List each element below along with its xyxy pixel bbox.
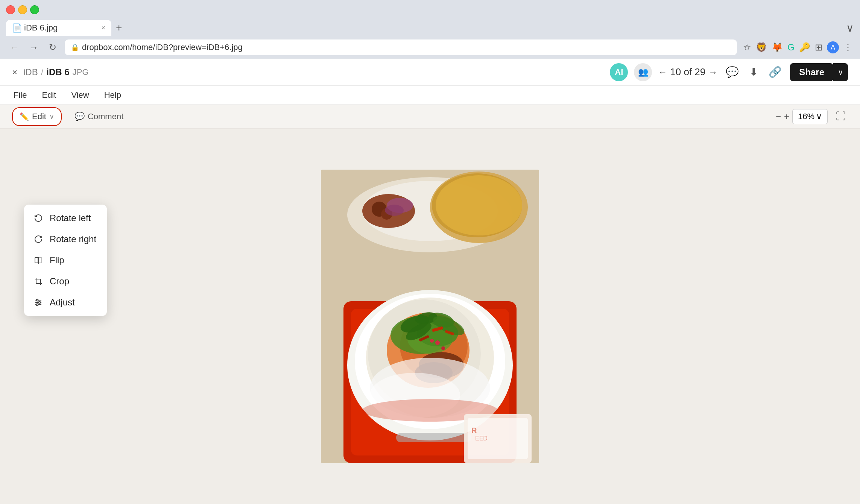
title-bar xyxy=(0,0,860,20)
adjust-icon xyxy=(33,297,44,308)
rotate-left-menu-item[interactable]: Rotate left xyxy=(24,208,107,229)
navigation-bar: ← → ↻ 🔒 dropbox.com/home/iDB?preview=iDB… xyxy=(0,36,860,59)
grammarly-icon[interactable]: G xyxy=(787,42,795,53)
menu-bar: File Edit View Help xyxy=(0,86,860,105)
lastpass-icon[interactable]: 🔑 xyxy=(799,42,810,53)
svg-point-49 xyxy=(36,299,38,301)
comment-btn-icon: 💬 xyxy=(74,112,85,121)
rotate-right-menu-item[interactable]: Rotate right xyxy=(24,229,107,250)
brave-icon[interactable]: 🦁 xyxy=(756,42,767,53)
menu-help[interactable]: Help xyxy=(103,88,123,102)
fullscreen-icon: ⛶ xyxy=(836,111,846,122)
download-button[interactable]: ⬇ xyxy=(747,64,760,80)
food-image: R EED xyxy=(321,170,539,463)
profile-avatar[interactable]: A xyxy=(827,41,839,53)
metamask-icon[interactable]: 🦊 xyxy=(772,42,783,53)
svg-rect-38 xyxy=(396,433,471,442)
zoom-out-button[interactable]: − xyxy=(776,111,781,122)
zoom-controls: − + 16% ∨ xyxy=(776,109,828,124)
image-area: R EED xyxy=(0,129,860,504)
user-avatar[interactable]: AI xyxy=(610,63,628,81)
link-button[interactable]: 🔗 xyxy=(766,64,784,80)
crop-label: Crop xyxy=(50,276,69,287)
share-button[interactable]: Share xyxy=(790,63,833,81)
app-close-button[interactable]: × xyxy=(12,67,17,77)
comment-icon-button[interactable]: 💬 xyxy=(723,64,741,80)
svg-rect-43 xyxy=(35,258,38,263)
edit-button[interactable]: ✏️ Edit ∨ xyxy=(12,107,62,126)
extensions-icon[interactable]: ⊞ xyxy=(815,42,822,53)
crop-menu-item[interactable]: Crop xyxy=(24,271,107,292)
more-menu-button[interactable]: ⋮ xyxy=(843,42,852,53)
adjust-label: Adjust xyxy=(50,297,75,308)
svg-point-34 xyxy=(430,339,434,343)
breadcrumb-current: iDB 6 xyxy=(46,67,69,77)
svg-text:EED: EED xyxy=(475,435,488,442)
file-counter: 10 of 29 xyxy=(670,66,705,78)
menu-view[interactable]: View xyxy=(70,88,90,102)
svg-point-32 xyxy=(435,340,440,345)
edit-dropdown-menu: Rotate left Rotate right xyxy=(24,205,107,316)
file-type-badge: JPG xyxy=(73,67,89,77)
prev-file-button[interactable]: ← xyxy=(658,67,667,77)
browser-window: 📄 iDB 6.jpg × + ∨ ← → ↻ 🔒 dropbox.com/ho… xyxy=(0,0,860,504)
svg-point-50 xyxy=(39,302,41,304)
forward-button[interactable]: → xyxy=(27,40,41,55)
adjust-menu-item[interactable]: Adjust xyxy=(24,292,107,313)
rotate-right-icon xyxy=(33,234,44,244)
svg-point-10 xyxy=(385,205,404,216)
tab-bar: 📄 iDB 6.jpg × + ∨ xyxy=(0,20,860,36)
file-navigation: ← 10 of 29 → xyxy=(658,66,717,78)
tab-close-button[interactable]: × xyxy=(101,24,105,32)
url-text: dropbox.com/home/iDB?preview=iDB+6.jpg xyxy=(82,43,731,52)
lock-icon: 🔒 xyxy=(71,43,79,52)
share-dropdown-button[interactable]: ∨ xyxy=(833,63,848,81)
edit-dropdown-arrow: ∨ xyxy=(49,112,54,121)
close-window-button[interactable] xyxy=(6,5,15,14)
comment-button[interactable]: 💬 Comment xyxy=(68,108,130,125)
refresh-button[interactable]: ↻ xyxy=(47,40,59,55)
zoom-in-button[interactable]: + xyxy=(784,111,789,122)
minimize-window-button[interactable] xyxy=(18,5,27,14)
svg-point-5 xyxy=(436,175,522,235)
flip-label: Flip xyxy=(50,255,64,266)
new-tab-button[interactable]: + xyxy=(113,20,125,35)
menu-edit[interactable]: Edit xyxy=(40,88,58,102)
active-tab[interactable]: 📄 iDB 6.jpg × xyxy=(6,20,111,36)
edit-label: Edit xyxy=(32,112,46,121)
comment-icon: 💬 xyxy=(726,66,739,78)
zoom-level-display[interactable]: 16% ∨ xyxy=(792,109,828,124)
maximize-window-button[interactable] xyxy=(30,5,39,14)
rotate-left-label: Rotate left xyxy=(50,213,91,223)
rotate-left-icon xyxy=(33,213,44,223)
url-bar[interactable]: 🔒 dropbox.com/home/iDB?preview=iDB+6.jpg xyxy=(65,39,737,55)
main-content: R EED Rotate left xyxy=(0,129,860,504)
breadcrumb-parent[interactable]: iDB xyxy=(23,67,38,77)
rotate-right-label: Rotate right xyxy=(50,234,96,244)
svg-point-51 xyxy=(36,304,38,306)
flip-icon xyxy=(33,255,44,266)
flip-menu-item[interactable]: Flip xyxy=(24,250,107,271)
share-button-group: Share ∨ xyxy=(790,63,848,81)
zoom-dropdown-arrow: ∨ xyxy=(816,112,822,121)
link-icon: 🔗 xyxy=(769,66,782,78)
back-button[interactable]: ← xyxy=(8,40,21,55)
edit-icon: ✏️ xyxy=(20,112,29,121)
tab-favicon: 📄 xyxy=(12,23,21,32)
next-file-button[interactable]: → xyxy=(708,67,717,77)
breadcrumb-separator: / xyxy=(41,67,44,77)
comment-label: Comment xyxy=(88,112,123,121)
fullscreen-button[interactable]: ⛶ xyxy=(834,108,848,124)
svg-text:R: R xyxy=(471,426,477,434)
people-icon-button[interactable]: 👥 xyxy=(634,63,652,81)
header-right: AI 👥 ← 10 of 29 → 💬 ⬇ 🔗 Share ∨ xyxy=(610,63,848,81)
app-header: × iDB / iDB 6 JPG AI 👥 ← 10 of 29 → 💬 ⬇ xyxy=(0,59,860,86)
toolbar: ✏️ Edit ∨ 💬 Comment − + 16% ∨ ⛶ xyxy=(0,105,860,129)
nav-icons: ☆ 🦁 🦊 G 🔑 ⊞ A ⋮ xyxy=(743,41,852,53)
tab-dropdown-button[interactable]: ∨ xyxy=(846,22,854,34)
breadcrumb: iDB / iDB 6 JPG xyxy=(23,67,89,77)
bookmark-icon[interactable]: ☆ xyxy=(743,42,751,53)
traffic-lights xyxy=(6,5,39,14)
menu-file[interactable]: File xyxy=(12,88,28,102)
zoom-level-text: 16% xyxy=(798,112,814,121)
